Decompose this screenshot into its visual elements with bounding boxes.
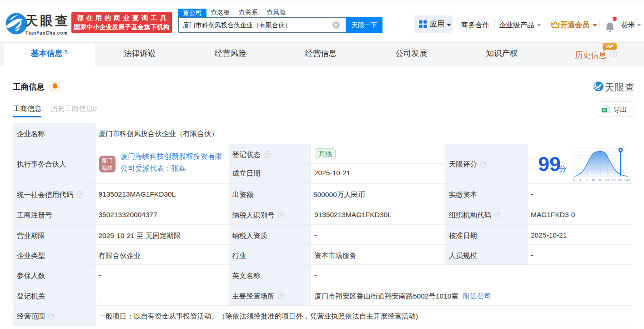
svg-text:3: 3 bbox=[586, 178, 588, 182]
svg-text:85: 85 bbox=[605, 178, 609, 182]
svg-text:1: 1 bbox=[579, 178, 581, 182]
svg-text:15: 15 bbox=[591, 178, 595, 182]
svg-text:97: 97 bbox=[612, 178, 616, 182]
svg-text:99: 99 bbox=[619, 178, 622, 182]
svg-text:50: 50 bbox=[599, 178, 602, 182]
svg-text:0: 0 bbox=[573, 178, 575, 182]
svg-text:100: 100 bbox=[624, 178, 630, 182]
